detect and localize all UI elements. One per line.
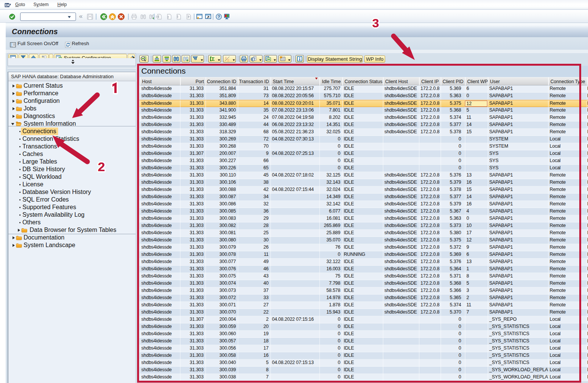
svg-text:3: 3 [372, 16, 379, 30]
svg-text:Σ: Σ [212, 56, 215, 62]
svg-text:?: ? [218, 14, 220, 19]
svg-text:2: 2 [98, 159, 105, 174]
